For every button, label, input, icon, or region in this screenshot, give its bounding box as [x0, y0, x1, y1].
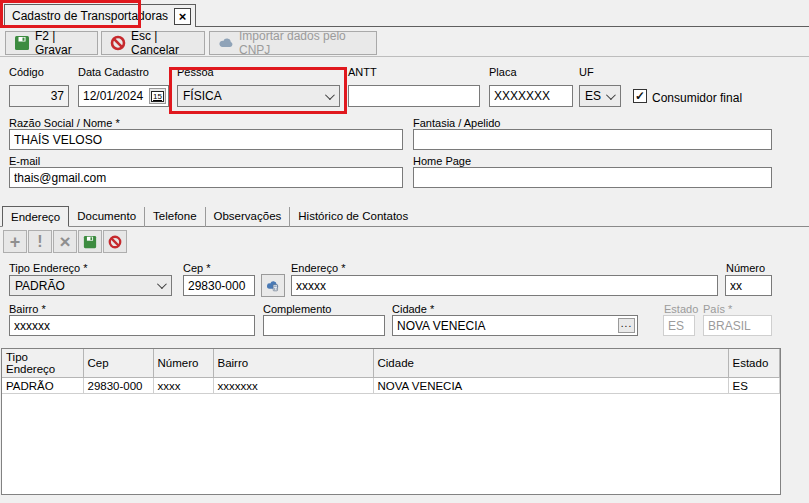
add-address-button[interactable]: +: [3, 230, 27, 253]
grid-cell-estado[interactable]: ES: [728, 378, 779, 394]
tab-endereco[interactable]: Endereço: [2, 206, 69, 227]
cidade-value: NOVA VENECIA: [397, 319, 485, 333]
numero-label: Número: [726, 262, 765, 274]
edit-address-button[interactable]: !: [28, 230, 52, 253]
grid-cell-tipo-endereco[interactable]: PADRÃO: [2, 378, 83, 394]
razao-social-label: Razão Social / Nome *: [9, 117, 120, 129]
address-grid[interactable]: Tipo Endereço Cep Número Bairro Cidade E…: [1, 348, 781, 495]
antt-label: ANTT: [348, 66, 377, 78]
complemento-label: Complemento: [263, 303, 331, 315]
tipo-endereco-combobox[interactable]: PADRÃO: [9, 275, 172, 296]
consumidor-final-checkbox[interactable]: [633, 89, 647, 103]
tab-cadastro-de-transportadoras[interactable]: Cadastro de Transportadoras ×: [4, 4, 196, 27]
home-page-field[interactable]: [413, 167, 772, 188]
import-cnpj-button-label: Importar dados pelo CNPJ: [239, 29, 368, 57]
cancel-no-entry-icon: [110, 35, 126, 51]
cancel-button-label: Esc | Cancelar: [131, 29, 196, 57]
cloud-lookup-icon: [266, 279, 280, 293]
placa-label: Placa: [489, 66, 517, 78]
cloud-icon: [218, 35, 234, 51]
cidade-label: Cidade *: [392, 303, 434, 315]
calendar-picker-button[interactable]: 15: [149, 88, 166, 104]
bairro-field[interactable]: [9, 315, 255, 336]
address-grid-table: Tipo Endereço Cep Número Bairro Cidade E…: [2, 349, 780, 394]
delete-address-button[interactable]: ×: [53, 230, 77, 253]
tipo-endereco-value: PADRÃO: [15, 279, 65, 293]
fantasia-label: Fantasia / Apelido: [413, 117, 500, 129]
grid-header-cep[interactable]: Cep: [83, 349, 153, 378]
pessoa-value: FÍSICA: [183, 89, 222, 103]
razao-social-field[interactable]: [9, 129, 403, 150]
grid-cell-cep[interactable]: 29830-000: [83, 378, 153, 394]
antt-field[interactable]: [348, 85, 480, 107]
pessoa-label: Pessoa: [177, 66, 214, 78]
grid-cell-cidade[interactable]: NOVA VENECIA: [373, 378, 728, 394]
uf-value: ES: [585, 89, 601, 103]
fantasia-field[interactable]: [413, 129, 772, 150]
close-icon: ×: [179, 10, 187, 23]
estado-field[interactable]: [663, 315, 695, 336]
exclamation-icon: !: [37, 234, 42, 250]
main-toolbar: F2 | Gravar Esc | Cancelar Importar dado…: [0, 30, 809, 57]
tab-historico-de-contatos[interactable]: Histórico de Contatos: [290, 207, 416, 227]
home-page-label: Home Page: [413, 155, 471, 167]
cancel-button[interactable]: Esc | Cancelar: [101, 31, 205, 55]
email-label: E-mail: [9, 155, 40, 167]
endereco-label: Endereço *: [291, 262, 345, 274]
cep-lookup-button[interactable]: [261, 274, 285, 297]
tipo-endereco-label: Tipo Endereço *: [9, 262, 87, 274]
cidade-field[interactable]: NOVA VENECIA ...: [392, 315, 638, 336]
cep-field[interactable]: [183, 275, 255, 296]
cancel-no-entry-icon: [108, 235, 122, 249]
chevron-down-icon: [325, 90, 335, 100]
bairro-label: Bairro *: [9, 303, 46, 315]
data-cadastro-label: Data Cadastro: [78, 66, 149, 78]
close-tab-button[interactable]: ×: [174, 8, 191, 25]
calendar-icon: 15: [151, 91, 164, 102]
save-button[interactable]: F2 | Gravar: [5, 31, 98, 55]
consumidor-final-label: Consumidor final: [652, 91, 742, 105]
endereco-field[interactable]: [291, 275, 718, 296]
data-cadastro-value: 12/01/2024: [83, 89, 143, 103]
codigo-label: Código: [9, 66, 44, 78]
cidade-lookup-button[interactable]: ...: [618, 318, 635, 333]
codigo-field[interactable]: [9, 85, 69, 107]
grid-cell-numero[interactable]: xxxx: [153, 378, 213, 394]
import-cnpj-button[interactable]: Importar dados pelo CNPJ: [209, 31, 377, 55]
grid-row[interactable]: PADRÃO 29830-000 xxxx xxxxxxx NOVA VENEC…: [2, 378, 779, 394]
chevron-down-icon: [157, 279, 167, 289]
tab-telefone[interactable]: Telefone: [145, 207, 205, 227]
pagecontrol-tabs: Endereço Documento Telefone Observações …: [2, 207, 416, 227]
tab-documento[interactable]: Documento: [69, 207, 145, 227]
save-floppy-icon: [14, 35, 30, 51]
cep-label: Cep *: [183, 262, 211, 274]
numero-field[interactable]: [725, 275, 772, 296]
cancel-address-button[interactable]: [103, 230, 127, 253]
pais-field[interactable]: [703, 315, 772, 336]
grid-header-numero[interactable]: Número: [153, 349, 213, 378]
page-title: Cadastro de Transportadoras: [12, 9, 168, 23]
uf-combobox[interactable]: ES: [579, 85, 621, 107]
ellipsis-icon: ...: [621, 318, 632, 329]
grid-header-cidade[interactable]: Cidade: [373, 349, 728, 378]
grid-header-row: Tipo Endereço Cep Número Bairro Cidade E…: [2, 349, 779, 378]
tab-observacoes[interactable]: Observações: [206, 207, 291, 227]
uf-label: UF: [579, 66, 594, 78]
grid-header-bairro[interactable]: Bairro: [213, 349, 373, 378]
data-cadastro-field[interactable]: 12/01/2024 15: [78, 85, 169, 107]
chevron-down-icon: [606, 90, 616, 100]
grid-cell-bairro[interactable]: xxxxxxx: [213, 378, 373, 394]
pessoa-combobox[interactable]: FÍSICA: [177, 85, 340, 107]
estado-label: Estado: [664, 303, 698, 315]
save-address-button[interactable]: [78, 230, 102, 253]
grid-header-estado[interactable]: Estado: [728, 349, 779, 378]
form-background-strip: [781, 340, 809, 503]
save-floppy-icon: [83, 235, 97, 249]
carrier-registration-window: Cadastro de Transportadoras × F2 | Grava…: [0, 0, 809, 503]
email-field[interactable]: [9, 167, 403, 188]
complemento-field[interactable]: [263, 315, 385, 336]
x-delete-icon: ×: [59, 232, 70, 251]
placa-field[interactable]: [489, 85, 573, 107]
grid-header-tipo-endereco[interactable]: Tipo Endereço: [2, 349, 83, 378]
pais-label: País *: [703, 303, 732, 315]
